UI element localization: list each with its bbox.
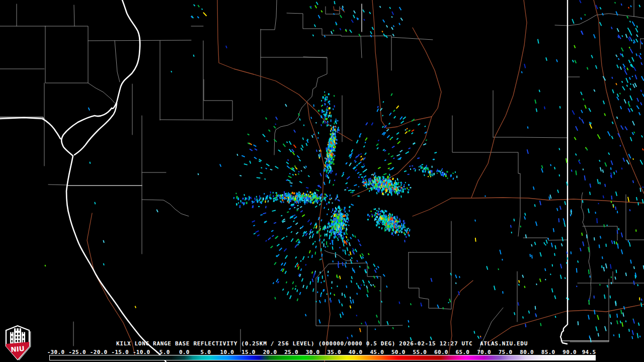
radar-echoes bbox=[45, 0, 644, 342]
state-border-wabash bbox=[560, 0, 568, 344]
county-lines bbox=[0, 0, 644, 352]
logo-text: NIU bbox=[11, 344, 25, 353]
product-caption: KILX LONG RANGE BASE REFLECTIVITY (0.25K… bbox=[116, 340, 528, 347]
radar-viewer: KILX LONG RANGE BASE REFLECTIVITY (0.25K… bbox=[0, 0, 644, 362]
radar-map bbox=[0, 0, 644, 362]
reflectivity-colorbar bbox=[49, 355, 596, 360]
niu-logo: NIU bbox=[4, 325, 33, 361]
river-illinois bbox=[0, 0, 166, 362]
